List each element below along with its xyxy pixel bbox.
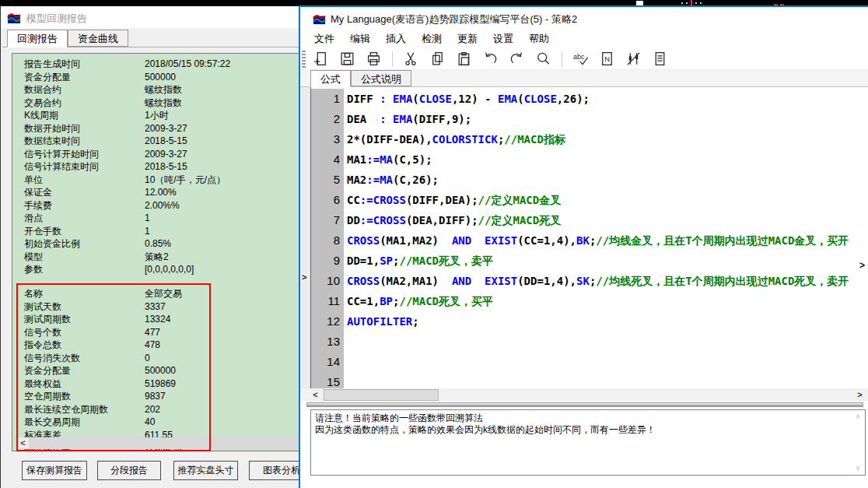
scrollbar-thumb[interactable] — [324, 389, 439, 401]
indicator-icon[interactable] — [625, 51, 642, 67]
code-token: DD=1, — [347, 255, 380, 267]
scroll-down-icon[interactable]: ∨ — [852, 463, 863, 472]
code-token: (DIFF,9); — [412, 113, 471, 125]
tab-equity-curve[interactable]: 资金曲线 — [68, 30, 128, 47]
row-value: 2009-3-27 — [145, 148, 303, 161]
tab-formula-description[interactable]: 公式说明 — [351, 70, 411, 86]
tab-formula[interactable]: 公式 — [310, 70, 351, 87]
code-token: 2*(DIFF-DEA), — [347, 133, 432, 146]
line-number: 11 — [311, 291, 344, 311]
row-value: 2009-3-27 — [145, 122, 303, 135]
row-value: 2018-5-15 — [145, 160, 303, 174]
toolbar-gripper[interactable] — [302, 51, 306, 68]
toolbar-separator — [562, 51, 562, 67]
menu-item[interactable]: 帮助 — [521, 30, 557, 47]
line-number: 3 — [311, 129, 344, 149]
new-file-icon[interactable] — [313, 51, 329, 67]
row-label: 最终权益 — [12, 377, 145, 391]
row-label: 资金分配量 — [12, 364, 145, 377]
editor-right-chevron-icon[interactable]: > — [859, 260, 865, 271]
summary-row: 测试天数3337 — [12, 300, 303, 314]
report-row: 单位10（吨/手，元/点） — [12, 174, 303, 187]
expand-panel-icon[interactable]: > — [302, 272, 306, 282]
menu-item[interactable]: 插入 — [378, 30, 414, 47]
row-label: 名称 — [12, 287, 145, 300]
code-line — [347, 352, 868, 372]
notice-vertical-scrollbar[interactable]: ∧ ∨ — [852, 412, 863, 472]
report-row: 数据开始时间2009-3-27 — [12, 122, 303, 135]
code-token — [471, 275, 485, 287]
scroll-right-icon[interactable]: > — [854, 388, 866, 401]
right-window-titlebar[interactable]: My Language(麦语言)趋势跟踪模型编写平台(5) - 策略2 — [300, 7, 868, 30]
row-value: 519869 — [145, 377, 303, 391]
left-window-titlebar[interactable]: 模型回测报告 — [1, 6, 304, 28]
copy-icon[interactable] — [429, 51, 446, 67]
row-label: 信号计算开始时间 — [12, 148, 145, 161]
row-value: 477 — [145, 326, 303, 339]
report-horizontal-scrollbar[interactable]: < — [17, 437, 299, 449]
code-token: SP — [380, 255, 393, 267]
code-token: CROSS — [347, 275, 380, 287]
code-token: //均线死叉，且在T个周期内出现过MACD死叉，卖开 — [596, 275, 849, 287]
formula-tabbar: 公式公式说明 — [300, 70, 868, 87]
row-value: 策略2 — [145, 251, 303, 264]
svg-text:abc: abc — [573, 53, 585, 61]
report-row: 初始资金比例0.85% — [12, 237, 303, 251]
row-label: 模型 — [12, 251, 145, 264]
print-icon[interactable] — [366, 51, 382, 67]
collapsed-panel-strip[interactable]: > — [300, 87, 311, 388]
row-label: 测试天数 — [12, 300, 145, 314]
report-button-3[interactable]: 推荐实盘头寸 — [173, 461, 238, 480]
row-label: 信号计算结束时间 — [12, 160, 145, 174]
cut-icon[interactable] — [403, 51, 419, 67]
spell-check-icon[interactable]: abc — [572, 51, 589, 67]
report-row: K线周期1小时 — [12, 109, 303, 122]
row-value: 1 — [145, 225, 303, 238]
splitter-bar[interactable] — [306, 402, 863, 407]
menu-item[interactable]: 编辑 — [342, 30, 378, 47]
redo-icon[interactable] — [509, 51, 525, 67]
code-token: //MACD死叉，买平 — [399, 295, 493, 307]
report-button-row: 保存测算报告分段报告推荐实盘头寸图表分析 — [1, 461, 304, 481]
code-lines[interactable]: DIFF : EMA(CLOSE,12) - EMA(CLOSE,26);DEA… — [347, 89, 868, 388]
line-number: 5 — [311, 170, 344, 190]
report-button-2[interactable]: 分段报告 — [97, 461, 161, 480]
right-window-title: My Language(麦语言)趋势跟踪模型编写平台(5) - 策略2 — [331, 12, 577, 26]
search-icon[interactable] — [535, 51, 551, 67]
row-label: 测试周期数 — [12, 313, 145, 326]
code-token: DEA — [347, 113, 380, 125]
menu-item[interactable]: 设置 — [485, 30, 521, 47]
report-row: 信号计算结束时间2018-5-15 — [12, 160, 303, 174]
row-value: 螺纹指数 — [145, 83, 303, 97]
code-editor[interactable]: > 123456789101112131415 DIFF : EMA(CLOSE… — [300, 87, 868, 388]
save-icon[interactable] — [339, 51, 355, 67]
code-line: DIFF : EMA(CLOSE,12) - EMA(CLOSE,26); — [347, 89, 868, 109]
paste-icon[interactable] — [456, 51, 472, 67]
tab-backtest-report[interactable]: 回测报告 — [7, 30, 68, 47]
scroll-left-icon[interactable]: < — [310, 388, 321, 401]
code-line: DD=1,SP;//MACD死叉，卖平 — [347, 251, 868, 271]
menu-item[interactable]: 文件 — [306, 30, 342, 47]
line-number: 1 — [311, 89, 344, 109]
line-number: 6 — [311, 190, 344, 210]
report-button-1[interactable]: 保存测算报告 — [22, 461, 87, 480]
code-token: //MACD指标 — [504, 133, 565, 146]
code-token: CC — [347, 194, 360, 206]
code-token: := — [360, 214, 373, 226]
note-icon[interactable]: N — [599, 51, 615, 67]
editor-horizontal-scrollbar[interactable]: < > — [300, 388, 868, 401]
code-token: AND — [452, 234, 471, 247]
toolbar-separator — [392, 51, 393, 67]
line-number: 10 — [311, 271, 344, 291]
document-icon[interactable] — [652, 51, 668, 67]
code-line: MA1:=MA(C,5); — [347, 149, 868, 170]
notice-text: 请注意！当前策略的一些函数带回溯算法因为这类函数的特点，策略的效果会因为k线数据… — [315, 413, 849, 436]
menu-item[interactable]: 检测 — [414, 30, 450, 47]
report-settings-section: 报告生成时间2018/05/15 09:57:22资金分配量500000数据合约… — [12, 58, 303, 276]
menu-item[interactable]: 更新 — [450, 30, 485, 47]
undo-icon[interactable] — [482, 51, 499, 67]
row-value: 0 — [145, 352, 303, 365]
scroll-left-icon[interactable]: < — [17, 437, 29, 449]
code-token: EMA — [498, 93, 517, 105]
scroll-up-icon[interactable]: ∧ — [852, 412, 863, 421]
